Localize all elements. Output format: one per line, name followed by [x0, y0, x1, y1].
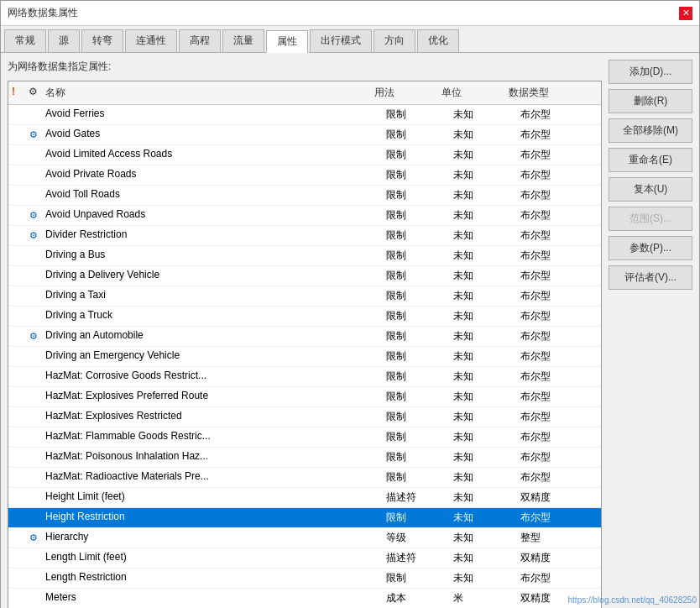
gear-cell: [25, 569, 42, 588]
add-button[interactable]: 添加(D)...: [609, 60, 692, 84]
content-area: 为网络数据集指定属性: ! ⚙ 名称 用法 单位 数据类型 Avoid Ferr…: [1, 53, 699, 608]
gear-cell: [25, 347, 42, 366]
params-button[interactable]: 参数(P)...: [609, 236, 692, 260]
gear-cell: [25, 548, 42, 568]
table-row[interactable]: ⚙Hierarchy等级未知整型: [8, 528, 601, 548]
tab-方向[interactable]: 方向: [374, 29, 415, 52]
table-row[interactable]: Driving a Delivery Vehicle限制未知布尔型: [8, 266, 601, 286]
usage-cell: 限制: [383, 448, 450, 467]
dtype-cell: 布尔型: [517, 327, 601, 346]
table-row[interactable]: Avoid Private Roads限制未知布尔型: [8, 165, 601, 186]
table-row[interactable]: Height Restriction限制未知布尔型: [8, 508, 601, 528]
table-row[interactable]: HazMat: Explosives Restricted限制未知布尔型: [8, 407, 601, 427]
usage-cell: 限制: [383, 286, 450, 306]
tab-源[interactable]: 源: [48, 29, 80, 52]
unit-cell: 未知: [450, 145, 517, 165]
table-row[interactable]: HazMat: Corrosive Goods Restrict...限制未知布…: [8, 367, 601, 387]
table-row[interactable]: ⚙Avoid Gates限制未知布尔型: [8, 125, 601, 145]
table-row[interactable]: Avoid Ferries限制未知布尔型: [8, 105, 601, 125]
dtype-cell: 布尔型: [517, 206, 601, 225]
copy-button[interactable]: 复本(U): [609, 177, 692, 202]
tab-高程[interactable]: 高程: [179, 29, 221, 52]
table-row[interactable]: Driving a Truck限制未知布尔型: [8, 307, 601, 327]
table-row[interactable]: Driving a Bus限制未知布尔型: [8, 246, 601, 266]
dtype-cell: 布尔型: [517, 165, 601, 185]
usage-cell: 限制: [383, 307, 450, 326]
dtype-cell: 布尔型: [517, 145, 601, 165]
table-row[interactable]: HazMat: Flammable Goods Restric...限制未知布尔…: [8, 427, 601, 448]
unit-cell: 未知: [450, 125, 517, 144]
name-cell: Avoid Limited Access Roads: [42, 145, 383, 165]
tab-出行模式[interactable]: 出行模式: [310, 29, 372, 52]
gear-cell: [25, 145, 42, 165]
tab-转弯[interactable]: 转弯: [81, 29, 123, 52]
table-row[interactable]: Height Limit (feet)描述符未知双精度: [8, 488, 601, 508]
main-window: 网络数据集属性 ✕ 常规源转弯连通性高程流量属性出行模式方向优化 为网络数据集指…: [0, 0, 700, 608]
gear-cell: ⚙: [25, 125, 42, 144]
name-cell: Driving a Delivery Vehicle: [42, 266, 383, 286]
tab-流量[interactable]: 流量: [222, 29, 264, 52]
gear-cell: [25, 448, 42, 467]
unit-cell: 未知: [450, 307, 517, 326]
tab-优化[interactable]: 优化: [417, 29, 459, 52]
table-row[interactable]: HazMat: Explosives Preferred Route限制未知布尔…: [8, 387, 601, 407]
name-cell: Length Limit (feet): [42, 548, 383, 568]
table-row[interactable]: Driving an Emergency Vehicle限制未知布尔型: [8, 347, 601, 367]
dtype-cell: 布尔型: [517, 468, 601, 487]
usage-cell: 限制: [383, 186, 450, 205]
table-row[interactable]: HazMat: Radioactive Materials Pre...限制未知…: [8, 468, 601, 488]
excl-cell: [8, 569, 25, 588]
gear-cell: [25, 589, 42, 608]
excl-cell: [8, 186, 25, 205]
name-cell: Height Limit (feet): [42, 488, 383, 507]
gear-cell: ⚙: [25, 226, 42, 245]
header-dtype: 数据类型: [505, 83, 589, 102]
delete-all-button[interactable]: 全部移除(M): [609, 118, 692, 143]
name-cell: Divider Restriction: [42, 226, 383, 245]
gear-cell: ⚙: [25, 327, 42, 346]
dtype-cell: 布尔型: [517, 407, 601, 427]
tabs-bar: 常规源转弯连通性高程流量属性出行模式方向优化: [1, 26, 699, 53]
evaluator-button[interactable]: 评估者(V)...: [609, 265, 692, 290]
range-button[interactable]: 范围(S)...: [609, 207, 692, 231]
dtype-cell: 布尔型: [517, 286, 601, 306]
rename-button[interactable]: 重命名(E): [609, 148, 692, 172]
dtype-cell: 布尔型: [517, 508, 601, 527]
delete-button[interactable]: 删除(R): [609, 89, 692, 113]
table-row[interactable]: Avoid Toll Roads限制未知布尔型: [8, 186, 601, 206]
name-cell: HazMat: Poisonous Inhalation Haz...: [42, 448, 383, 467]
dtype-cell: 布尔型: [517, 427, 601, 447]
table-row[interactable]: ⚙Avoid Unpaved Roads限制未知布尔型: [8, 206, 601, 226]
unit-cell: 未知: [450, 347, 517, 366]
table-body[interactable]: Avoid Ferries限制未知布尔型⚙Avoid Gates限制未知布尔型A…: [8, 105, 601, 608]
table-row[interactable]: ⚙Divider Restriction限制未知布尔型: [8, 226, 601, 246]
excl-cell: [8, 246, 25, 265]
table-row[interactable]: Driving a Taxi限制未知布尔型: [8, 286, 601, 307]
tab-连通性[interactable]: 连通性: [125, 29, 177, 52]
tab-常规[interactable]: 常规: [4, 29, 46, 52]
table-row[interactable]: Avoid Limited Access Roads限制未知布尔型: [8, 145, 601, 165]
watermark: https://blog.csdn.net/qq_40628250: [568, 595, 697, 605]
excl-cell: [8, 307, 25, 326]
table-row[interactable]: Meters成本米双精度: [8, 589, 601, 608]
header-excl: !: [8, 83, 25, 102]
close-button[interactable]: ✕: [679, 7, 692, 20]
excl-cell: [8, 589, 25, 608]
excl-cell: [8, 125, 25, 144]
usage-cell: 限制: [383, 367, 450, 386]
name-cell: Avoid Ferries: [42, 105, 383, 124]
excl-cell: [8, 206, 25, 225]
gear-cell: [25, 427, 42, 447]
header-gear: ⚙: [25, 83, 42, 102]
excl-cell: [8, 468, 25, 487]
table-row[interactable]: HazMat: Poisonous Inhalation Haz...限制未知布…: [8, 448, 601, 468]
table-row[interactable]: ⚙Driving an Automobile限制未知布尔型: [8, 327, 601, 347]
tab-属性[interactable]: 属性: [266, 30, 308, 53]
panel-label: 为网络数据集指定属性:: [8, 60, 602, 74]
table-row[interactable]: Length Restriction限制未知布尔型: [8, 569, 601, 589]
usage-cell: 限制: [383, 145, 450, 165]
excl-cell: [8, 165, 25, 185]
table-row[interactable]: Length Limit (feet)描述符未知双精度: [8, 548, 601, 569]
left-panel: 为网络数据集指定属性: ! ⚙ 名称 用法 单位 数据类型 Avoid Ferr…: [8, 60, 602, 608]
unit-cell: 未知: [450, 407, 517, 427]
